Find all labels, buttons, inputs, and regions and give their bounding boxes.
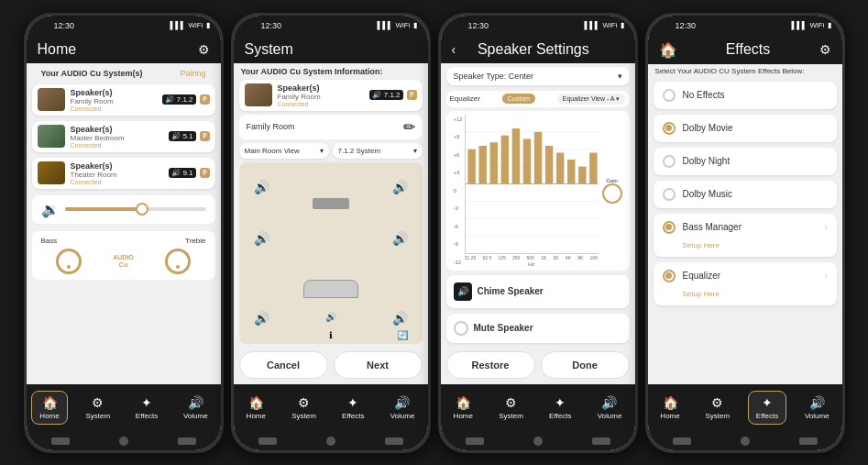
system-bottom-nav: 🏠 Home ⚙ System ✦ Effects 🔊 Volume: [234, 384, 428, 432]
nav-volume-2[interactable]: 🔊 Volume: [383, 392, 423, 424]
nav-effects-2[interactable]: ✦ Effects: [335, 392, 371, 424]
chime-speaker-button[interactable]: 🔊 Chime Speaker: [446, 275, 630, 308]
nav-system-4[interactable]: ⚙ System: [698, 392, 737, 424]
nav-home-4[interactable]: 🏠 Home: [653, 392, 687, 424]
gain-knob[interactable]: [602, 183, 622, 204]
effect-dolby-movie[interactable]: Dolby Movie: [654, 115, 837, 142]
svg-rect-16: [567, 160, 575, 183]
volume-thumb[interactable]: [136, 203, 148, 216]
nav-effects-label-2: Effects: [342, 412, 364, 420]
eq-bars-area: 31.25 62.5 125 250 500 1K 2K 4K 8K 16K: [465, 115, 599, 267]
sys-bt-badge: Ᵽ: [407, 90, 417, 100]
effect-bass-manager[interactable]: Bass Manager › Setup Here: [654, 214, 837, 257]
speaker-card-2[interactable]: Speaker(s) Master Bedroom Connected 🔊 5.…: [32, 121, 215, 152]
volume-slider-section[interactable]: 🔉: [32, 195, 215, 224]
system-speaker-card[interactable]: Speaker(s) Family Room Connected 🔊 7.1.2…: [239, 80, 423, 111]
signal-3: ▌▌▌: [584, 21, 599, 29]
nav-home-3[interactable]: 🏠 Home: [446, 392, 480, 424]
diagram-inner: 🔊 🔊 🔊 🔊 🔊 🔊 🔊 ℹ 🔄: [239, 162, 423, 344]
nav-effects-label-1: Effects: [136, 412, 158, 420]
nav-effects-icon-2: ✦: [347, 395, 358, 410]
nav-system-3[interactable]: ⚙ System: [491, 392, 531, 424]
nav-home-icon-2: 🏠: [248, 395, 264, 410]
hz-label: Hz: [465, 261, 599, 267]
main-room-dropdown[interactable]: Main Room View ▾: [239, 143, 329, 159]
speaker-pos-r: 🔊: [392, 231, 408, 246]
config-badge-3: 🔊 9.1: [169, 168, 195, 178]
svg-rect-13: [534, 131, 542, 183]
db-12: +12: [454, 116, 463, 122]
bottom-btn-back-1: [178, 437, 196, 445]
equalizer-chevron: ›: [824, 271, 827, 281]
effects-home-icon[interactable]: 🏠: [659, 41, 677, 59]
nav-system-2[interactable]: ⚙ System: [284, 392, 324, 424]
mute-speaker-button[interactable]: Mute Speaker: [446, 314, 630, 343]
bottom-btn-menu-1: [51, 437, 70, 445]
speaker-pos-rr: 🔊: [392, 311, 408, 326]
effects-gear-icon[interactable]: ⚙: [819, 42, 831, 57]
db-3: +3: [454, 170, 463, 175]
treble-knob[interactable]: [165, 249, 191, 274]
freq-31: 31.25: [465, 255, 477, 260]
nav-effects-1[interactable]: ✦ Effects: [128, 392, 165, 424]
nav-system-1[interactable]: ⚙ System: [78, 392, 117, 424]
phone-bottom-bar-4: [648, 432, 842, 450]
sofa-shape: [303, 280, 358, 298]
effect-equalizer-label: Equalizer: [683, 271, 721, 281]
nav-volume-label-1: Volume: [183, 412, 208, 420]
sys-speaker-icons: 🔊 7.1.2 Ᵽ: [369, 90, 416, 100]
config-badge-1: 🔊 7.1.2: [162, 94, 195, 105]
nav-effects-label-4: Effects: [756, 412, 778, 420]
speaker-type-arrow: ▾: [618, 72, 622, 81]
ss-back-icon[interactable]: ‹: [452, 42, 456, 57]
home-gear-icon[interactable]: ⚙: [198, 42, 210, 57]
db-n12: -12: [454, 260, 463, 265]
db-9: +9: [454, 134, 463, 139]
effect-dolby-music[interactable]: Dolby Music: [654, 181, 837, 208]
effect-dolby-night[interactable]: Dolby Night: [654, 148, 837, 175]
db-0: 0: [454, 188, 463, 194]
nav-volume-4[interactable]: 🔊 Volume: [797, 392, 837, 424]
bass-knob[interactable]: [56, 249, 82, 274]
ss-title: Speaker Settings: [478, 41, 589, 58]
effect-equalizer[interactable]: Equalizer › Setup Here: [654, 262, 837, 305]
speaker-card-1[interactable]: Speaker(s) Family Room Connected 🔊 7.1.2…: [32, 84, 215, 116]
nav-home-2[interactable]: 🏠 Home: [239, 392, 273, 424]
bottom-btn-menu-4: [673, 437, 691, 445]
radio-dolby-movie: [663, 122, 676, 135]
next-button[interactable]: Next: [334, 351, 423, 379]
eq-view-dropdown[interactable]: Equalizer View - A ▾: [557, 94, 626, 105]
nav-effects-4[interactable]: ✦ Effects: [748, 391, 786, 425]
done-button[interactable]: Done: [541, 351, 630, 379]
signal-2: ▌▌▌: [377, 21, 392, 29]
edit-icon[interactable]: ✏: [403, 118, 415, 136]
bass-knob-dot: [67, 265, 71, 269]
eq-chip[interactable]: Custom: [502, 94, 535, 104]
radio-dolby-music: [663, 188, 676, 201]
cancel-button[interactable]: Cancel: [239, 351, 328, 379]
effects-header: 🏠 Effects ⚙: [648, 36, 842, 64]
pairing-label[interactable]: Pairing: [172, 65, 213, 80]
nav-home-1[interactable]: 🏠 Home: [31, 391, 67, 425]
battery-2: ▮: [413, 21, 417, 29]
nav-volume-3[interactable]: 🔊 Volume: [590, 392, 630, 424]
restore-button[interactable]: Restore: [446, 351, 535, 379]
nav-effects-3[interactable]: ✦ Effects: [542, 392, 578, 424]
freq-1k: 1K: [541, 255, 546, 260]
effect-no-effects[interactable]: No Effects: [654, 82, 837, 109]
time-1: 12:30: [54, 21, 75, 30]
nav-home-icon-1: 🏠: [42, 395, 58, 410]
speaker-card-3[interactable]: Speaker(s) Theater Room Connected 🔊 9.1 …: [32, 158, 215, 189]
speaker-icons-2: 🔊 5.1 Ᵽ: [169, 131, 209, 141]
equalizer-row: Equalizer ›: [663, 270, 828, 282]
dropdown-row: Main Room View ▾ 7.1.2 System ▾: [239, 143, 423, 159]
speaker-type-dropdown[interactable]: Speaker Type: Center ▾: [446, 67, 630, 85]
db-n3: -3: [454, 205, 463, 211]
nav-volume-1[interactable]: 🔊 Volume: [176, 392, 215, 424]
radio-no-effects: [663, 89, 676, 102]
nav-volume-label-4: Volume: [805, 412, 830, 420]
volume-icon: 🔉: [41, 201, 60, 218]
volume-track[interactable]: [65, 207, 206, 211]
system-config-dropdown[interactable]: 7.1.2 System ▾: [333, 143, 423, 159]
eq-svg: [466, 115, 599, 253]
